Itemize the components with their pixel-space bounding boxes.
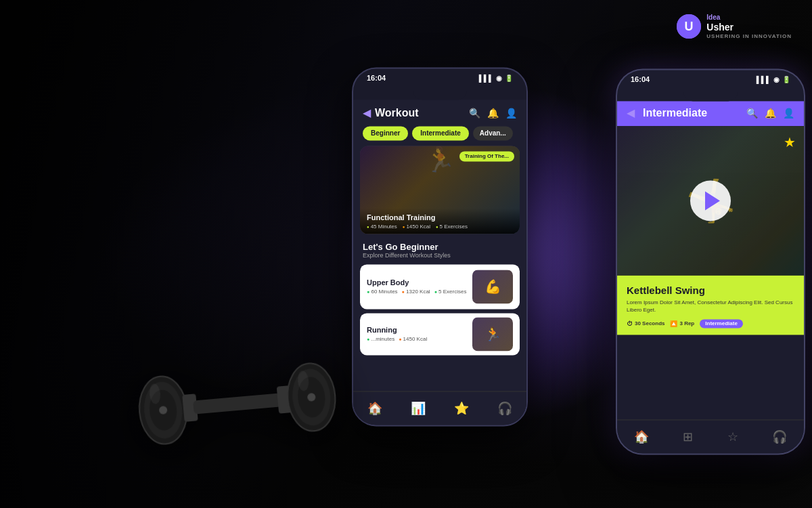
kettlebell-detail-card: Kettlebell Swing Lorem Ipsum Dolor Sit A… [617, 275, 804, 335]
running-meta-t: ● ...minutes [367, 336, 394, 342]
nav-star-front[interactable]: ☆ [727, 429, 738, 444]
notch-front [683, 86, 738, 101]
tab-beginner[interactable]: Beginner [363, 126, 408, 140]
running-image: 🏃 [472, 317, 513, 351]
video-card[interactable]: 🤸 ★ [617, 126, 804, 275]
intermediate-header-icons: 🔍 🔔 👤 [746, 108, 794, 119]
nav-stats[interactable]: 📊 [411, 401, 426, 416]
status-icons-back: ▌▌▌ ◉ 🔋 [479, 75, 513, 82]
meta-minutes: ● 45 Minutes [367, 224, 397, 230]
intermediate-level-badge: Intermediate [700, 320, 743, 329]
meta-kcal2: ● 1320 Kcal [402, 289, 430, 295]
status-time-front: 16:04 [631, 75, 650, 83]
video-background: 🤸 [617, 126, 804, 275]
running-title: Running [367, 326, 467, 334]
nav-support[interactable]: 🎧 [497, 401, 512, 416]
back-arrow-icon[interactable]: ◀ [363, 106, 371, 119]
workout-app-header: ◀ Workout 🔍 🔔 👤 [353, 100, 526, 123]
wifi-icon-front: ◉ [773, 76, 780, 83]
nav-favorites[interactable]: ⭐ [454, 401, 469, 416]
play-triangle [705, 191, 720, 210]
card-title: Functional Training [367, 213, 513, 221]
tab-intermediate[interactable]: Intermediate [412, 126, 468, 140]
status-bar-front: 16:04 ▌▌▌ ◉ 🔋 [617, 70, 804, 86]
intermediate-title: Intermediate [643, 107, 742, 119]
filter-tabs: Beginner Intermediate Advan... [353, 123, 526, 146]
kettlebell-meta: ⏱ 30 Seconds 🔼 3 Rep Intermediate [627, 320, 794, 329]
nav-home[interactable]: 🏠 [367, 401, 382, 416]
status-bar-back: 16:04 ▌▌▌ ◉ 🔋 [353, 68, 526, 85]
running-info: Running ● ...minutes ● 1450 Kcal [367, 326, 467, 342]
upper-body-meta: ● 60 Minutes ● 1320 Kcal ● 5 Exercises [367, 289, 467, 295]
svg-rect-6 [193, 393, 281, 414]
kettlebell-description: Lorem Ipsum Dolor Sit Amet, Consectetur … [627, 299, 794, 314]
workout-title: Workout [375, 107, 469, 119]
bell-icon[interactable]: 🔔 [487, 108, 499, 119]
phone-back: 16:04 ▌▌▌ ◉ 🔋 ◀ Workout 🔍 🔔 👤 [352, 67, 528, 426]
section-heading: Let's Go Beginner Explore Different Work… [353, 239, 526, 260]
meta-time: ● 60 Minutes [367, 289, 398, 295]
meta-exercises: ● 5 Exercises [436, 224, 468, 230]
status-time-back: 16:04 [367, 74, 386, 82]
clock-icon: ⏱ [627, 320, 633, 327]
back-arrow-front[interactable]: ◀ [627, 106, 635, 119]
signal-icon: ▌▌▌ [479, 75, 493, 82]
meta-seconds: ⏱ 30 Seconds [627, 320, 664, 329]
phone-front: 16:04 ▌▌▌ ◉ 🔋 ◀ Intermediate 🔍 🔔 👤 🤸 [616, 68, 805, 454]
user-icon[interactable]: 👤 [505, 108, 517, 119]
bell-icon-front[interactable]: 🔔 [765, 108, 776, 119]
workout-card-functional[interactable]: 🏃 Training Of The... Functional Training… [360, 146, 520, 234]
meta-rep: 🔼 3 Rep [670, 320, 694, 329]
nav-grid-front[interactable]: ⊞ [683, 429, 693, 444]
running-meta-k: ● 1450 Kcal [399, 336, 427, 342]
kettlebell-title: Kettlebell Swing [627, 284, 794, 296]
battery-icon-front: 🔋 [782, 76, 790, 83]
running-meta: ● ...minutes ● 1450 Kcal [367, 336, 467, 342]
nav-headphones-front[interactable]: 🎧 [772, 429, 787, 444]
dumbbell-decoration [130, 320, 344, 475]
dumbbell-svg [130, 320, 344, 473]
search-icon-front[interactable]: 🔍 [746, 108, 758, 119]
logo-text: Idea Usher USHERING IN INNOVATION [706, 14, 792, 39]
wifi-icon: ◉ [496, 75, 502, 82]
logo-icon: U [677, 14, 701, 39]
bottom-nav-back: 🏠 📊 ⭐ 🎧 [353, 391, 526, 425]
card-info: Functional Training ● 45 Minutes ● 1450 … [360, 208, 520, 234]
meta-ex2: ● 5 Exercises [434, 289, 467, 295]
star-badge: ★ [784, 134, 796, 150]
header-icons: 🔍 🔔 👤 [469, 108, 517, 119]
meta-kcal: ● 1450 Kcal [403, 224, 430, 230]
upper-body-title: Upper Body [367, 278, 467, 287]
section-title: Let's Go Beginner [363, 242, 517, 252]
upper-body-image: 💪 [472, 270, 513, 303]
section-subtitle: Explore Different Workout Styles [363, 252, 517, 259]
search-icon[interactable]: 🔍 [469, 108, 480, 119]
bottom-nav-front: 🏠 ⊞ ☆ 🎧 [617, 419, 804, 453]
workout-card-running[interactable]: Running ● ...minutes ● 1450 Kcal 🏃 [360, 313, 520, 355]
play-button[interactable] [690, 180, 731, 221]
user-icon-front[interactable]: 👤 [783, 108, 794, 119]
workout-card-upper-body[interactable]: Upper Body ● 60 Minutes ● 1320 Kcal ● 5 … [360, 264, 520, 309]
battery-icon: 🔋 [505, 75, 513, 82]
notch-back [413, 85, 467, 100]
intermediate-header: ◀ Intermediate 🔍 🔔 👤 [617, 101, 804, 126]
rep-icon: 🔼 [670, 320, 677, 327]
card-meta: ● 45 Minutes ● 1450 Kcal ● 5 Exercises [367, 224, 513, 230]
status-icons-front: ▌▌▌ ◉ 🔋 [757, 76, 790, 83]
nav-home-front[interactable]: 🏠 [634, 429, 649, 444]
tab-advanced[interactable]: Advan... [473, 126, 513, 140]
signal-icon-front: ▌▌▌ [757, 76, 771, 83]
card-small-info: Upper Body ● 60 Minutes ● 1320 Kcal ● 5 … [367, 278, 467, 295]
phone-screen-back: ◀ Workout 🔍 🔔 👤 Beginner Intermediate Ad… [353, 100, 526, 422]
logo: U Idea Usher USHERING IN INNOVATION [677, 14, 792, 39]
svg-text:U: U [685, 20, 694, 33]
